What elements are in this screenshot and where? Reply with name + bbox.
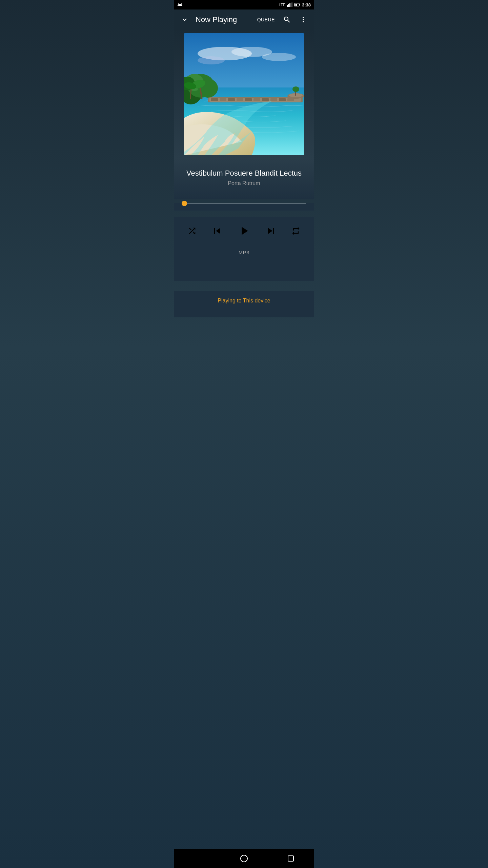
svg-rect-2 xyxy=(289,3,290,7)
format-section: MP3 xyxy=(174,244,314,260)
app-bar-actions: QUEUE xyxy=(255,13,310,26)
skip-previous-icon xyxy=(211,225,223,237)
android-icon xyxy=(177,2,183,7)
album-art-image xyxy=(184,33,304,155)
svg-point-11 xyxy=(262,53,296,61)
play-pause-button[interactable] xyxy=(234,221,254,241)
svg-rect-18 xyxy=(228,98,235,101)
lte-label: LTE xyxy=(279,3,285,7)
album-art-section xyxy=(174,30,314,159)
signal-icon xyxy=(287,2,292,7)
battery-icon xyxy=(294,2,300,7)
svg-rect-23 xyxy=(270,98,277,101)
progress-bar[interactable] xyxy=(182,203,306,204)
play-icon xyxy=(237,224,251,238)
status-time: 3:38 xyxy=(302,2,311,7)
repeat-icon xyxy=(291,226,301,236)
format-label: MP3 xyxy=(239,250,249,255)
svg-rect-19 xyxy=(237,98,243,101)
repeat-button[interactable] xyxy=(288,223,304,239)
previous-button[interactable] xyxy=(208,221,227,240)
svg-rect-22 xyxy=(262,98,269,101)
collapse-button[interactable] xyxy=(178,13,191,26)
status-bar: LTE 3:38 xyxy=(174,0,314,9)
page-title: Now Playing xyxy=(196,15,250,24)
svg-point-29 xyxy=(292,86,299,92)
skip-next-icon xyxy=(265,225,277,237)
svg-rect-24 xyxy=(279,98,286,101)
status-right: LTE 3:38 xyxy=(279,2,311,7)
shuffle-icon xyxy=(187,226,197,236)
svg-rect-25 xyxy=(287,98,294,101)
svg-point-12 xyxy=(198,56,225,64)
track-title: Vestibulum Posuere Blandit Lectus xyxy=(181,169,307,178)
svg-rect-3 xyxy=(290,3,291,7)
bottom-spacer xyxy=(174,311,314,317)
svg-rect-20 xyxy=(245,98,252,101)
app-bar: Now Playing QUEUE xyxy=(174,9,314,30)
track-artist: Porta Rutrum xyxy=(181,180,307,186)
chevron-down-icon xyxy=(181,16,189,24)
playing-to-label: Playing to This device xyxy=(218,298,270,303)
shuffle-button[interactable] xyxy=(184,223,200,239)
progress-thumb[interactable] xyxy=(182,201,187,206)
svg-rect-16 xyxy=(211,98,218,101)
search-icon xyxy=(283,16,291,24)
svg-rect-4 xyxy=(291,2,292,7)
playing-to-section[interactable]: Playing to This device xyxy=(174,291,314,311)
track-info: Vestibulum Posuere Blandit Lectus Porta … xyxy=(174,159,314,199)
next-button[interactable] xyxy=(262,221,281,240)
status-left xyxy=(177,2,183,7)
more-options-button[interactable] xyxy=(297,13,310,26)
spacer xyxy=(174,260,314,281)
progress-section[interactable] xyxy=(174,203,314,211)
queue-button[interactable]: QUEUE xyxy=(255,14,278,25)
album-art[interactable] xyxy=(184,33,304,155)
svg-rect-0 xyxy=(287,5,288,7)
svg-rect-1 xyxy=(288,4,289,7)
search-button[interactable] xyxy=(280,13,294,26)
playback-controls xyxy=(174,217,314,244)
more-vertical-icon xyxy=(299,16,307,24)
svg-rect-21 xyxy=(253,98,260,101)
svg-rect-17 xyxy=(220,98,226,101)
svg-rect-6 xyxy=(299,4,300,5)
